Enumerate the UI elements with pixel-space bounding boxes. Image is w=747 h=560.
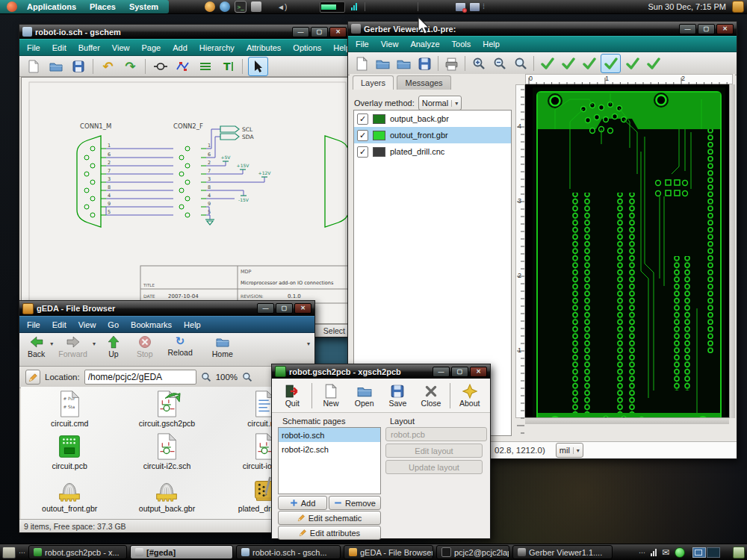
edit-layout-button[interactable]: Edit layout [385, 444, 483, 458]
file-item[interactable]: output_back.gbr [118, 475, 215, 517]
menu-buffer[interactable]: Buffer [72, 42, 106, 54]
menu-page[interactable]: Page [136, 42, 167, 54]
stop-button[interactable]: Stop [133, 335, 157, 359]
fb-titlebar[interactable]: gEDA - File Browser — ▢ ✕ [19, 301, 314, 316]
maximize-icon[interactable]: ▢ [311, 27, 328, 37]
workspace-switcher[interactable] [692, 547, 720, 558]
tool-check-selected[interactable] [601, 54, 621, 73]
network-icon[interactable] [456, 3, 465, 11]
units-select[interactable]: mil ▾ [556, 443, 583, 458]
schematic-page-item[interactable]: robot-io.sch [279, 428, 380, 442]
layer-color-swatch[interactable] [373, 147, 385, 157]
taskbar-item[interactable]: robot-io.sch - gsch... [236, 545, 341, 559]
gerbv-titlebar[interactable]: Gerber Viewer1.1.0-pre: — ▢ ✕ [348, 22, 737, 36]
about-button[interactable]: About [453, 384, 486, 408]
remove-page-button[interactable]: Remove [329, 496, 381, 510]
vertical-scrollbar[interactable] [729, 84, 735, 418]
menu-file[interactable]: File [350, 38, 375, 50]
quit-button[interactable]: Quit [276, 384, 309, 408]
globe-pointer-icon[interactable] [220, 1, 230, 12]
zoom-in-icon[interactable] [242, 372, 252, 382]
minimize-icon[interactable]: — [433, 367, 450, 377]
close-icon[interactable]: ✕ [716, 24, 734, 34]
places-menu[interactable]: Places [84, 2, 122, 11]
add-net-button[interactable] [173, 57, 192, 75]
layer-checkbox[interactable]: ✓ [357, 146, 368, 158]
edit-schematic-button[interactable]: Edit schematic [278, 511, 381, 525]
layer-color-swatch[interactable] [373, 114, 385, 124]
layer-checkbox[interactable]: ✓ [357, 113, 368, 125]
terminal-icon[interactable]: >_ [235, 1, 247, 13]
up-button[interactable]: Up [103, 335, 124, 359]
forward-button[interactable]: Forward [55, 335, 91, 359]
new-button[interactable]: New [315, 384, 347, 408]
gerbv-pcb-canvas[interactable] [525, 84, 733, 418]
file-item[interactable]: outout_front.gbr [21, 475, 118, 517]
tool-check-2[interactable] [559, 55, 577, 72]
select-tool-button[interactable] [248, 57, 268, 76]
zoom-out-icon[interactable] [201, 372, 211, 382]
browser-icon[interactable] [205, 1, 215, 12]
file-item[interactable]: circuit.cmd [21, 390, 118, 432]
taskbar-item[interactable]: robot.gsch2pcb - x... [28, 545, 127, 559]
zoom-out-icon[interactable] [490, 55, 509, 72]
taskbar-item[interactable]: pcjc2@pcjc2lap: ~/... [436, 545, 509, 559]
maximize-icon[interactable]: ▢ [698, 24, 715, 34]
file-item[interactable]: circuit-i2c.sch [118, 432, 215, 475]
tab-messages[interactable]: Messages [397, 75, 450, 90]
menu-file[interactable]: File [21, 42, 46, 54]
taskbar-item[interactable]: gEDA - File Browser [344, 545, 433, 559]
import-layer-button[interactable] [394, 55, 413, 72]
save-project-button[interactable] [415, 55, 434, 72]
horizontal-scrollbar[interactable] [525, 417, 729, 424]
layer-row[interactable]: ✓ plated_drill.cnc [354, 143, 511, 160]
layer-color-swatch[interactable] [373, 131, 385, 140]
close-icon[interactable]: ✕ [329, 27, 347, 37]
menu-edit[interactable]: Edit [46, 319, 72, 331]
distro-logo-icon[interactable] [7, 1, 17, 12]
close-icon[interactable]: ✕ [470, 367, 487, 377]
undo-icon[interactable]: ↶ [99, 57, 117, 75]
edit-attributes-button[interactable]: Edit attributes [278, 526, 381, 540]
settings-gears-icon[interactable] [251, 1, 261, 12]
open-button[interactable]: Open [348, 384, 380, 408]
gschem-schematic-canvas[interactable]: CONN1_M 16 27 38 4 [21, 77, 348, 324]
new-project-button[interactable] [353, 55, 371, 72]
menu-tools[interactable]: Tools [446, 38, 477, 50]
menu-attributes[interactable]: Attributes [241, 42, 287, 54]
back-button[interactable]: Back [24, 335, 49, 359]
menu-hierarchy[interactable]: Hierarchy [193, 42, 241, 54]
zoom-fit-icon[interactable] [511, 55, 530, 72]
menu-analyze[interactable]: Analyze [404, 38, 445, 50]
close-button[interactable]: Close [415, 384, 447, 408]
reload-button[interactable]: ↻ Reload [164, 335, 196, 358]
back-dropdown-icon[interactable]: ▾ [50, 340, 53, 347]
tab-layers[interactable]: Layers [353, 75, 394, 90]
xg-titlebar[interactable]: robot.gsch2pcb - xgsch2pcb — ▢ ✕ [272, 364, 490, 379]
new-file-button[interactable] [24, 57, 43, 75]
open-file-button[interactable] [46, 57, 65, 75]
menu-help[interactable]: Help [477, 38, 506, 50]
mail-icon[interactable]: ✉ [662, 547, 669, 558]
tool-check-6[interactable] [644, 55, 663, 72]
system-monitor-applet[interactable] [351, 3, 357, 10]
add-component-button[interactable] [151, 57, 170, 75]
menu-view[interactable]: View [72, 319, 102, 331]
add-page-button[interactable]: Add [278, 496, 327, 510]
menu-options[interactable]: Options [287, 42, 327, 54]
minimize-icon[interactable]: — [257, 303, 274, 314]
maximize-icon[interactable]: ▢ [451, 367, 468, 377]
bluetooth-icon[interactable]: ⁞ [483, 3, 485, 10]
maximize-icon[interactable]: ▢ [276, 303, 293, 314]
toolbar-overflow-icon[interactable]: ▾ [307, 340, 310, 347]
print-button[interactable] [442, 55, 461, 72]
schematic-page-item[interactable]: robot-i2c.sch [279, 442, 380, 456]
battery-applet[interactable] [320, 1, 345, 13]
add-text-button[interactable] [218, 57, 237, 75]
gschem-titlebar[interactable]: robot-io.sch - gschem — ▢ ✕ [19, 25, 350, 39]
location-input[interactable] [84, 370, 196, 385]
menu-help[interactable]: Help [178, 319, 207, 331]
trash-icon[interactable] [733, 547, 745, 559]
menu-edit[interactable]: Edit [46, 42, 72, 54]
show-desktop-button[interactable] [2, 547, 16, 559]
